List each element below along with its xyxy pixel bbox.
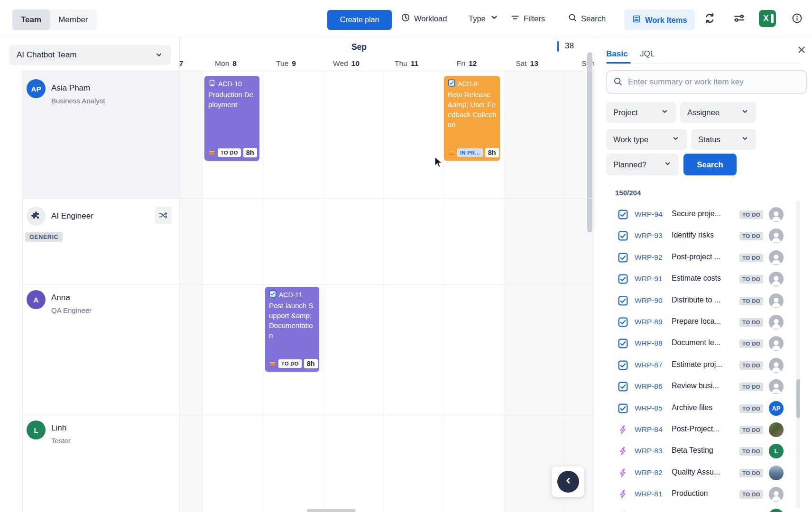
work-item-row-wrp-85[interactable]: WRP-85Archive filesTO DOAP <box>595 398 812 419</box>
work-item-row[interactable] <box>595 505 812 512</box>
export-excel-button[interactable]: X <box>759 10 776 27</box>
search-button-top[interactable]: Search <box>568 0 606 37</box>
panel-scrollbar-track[interactable] <box>796 201 800 509</box>
member-row-linh[interactable]: LLinhTester <box>22 415 179 512</box>
chevron-down-icon <box>489 13 499 24</box>
work-item-key: WRP-83 <box>635 447 663 455</box>
info-icon <box>791 12 803 26</box>
sync-button[interactable] <box>701 10 718 27</box>
panel-scrollbar-thumb[interactable] <box>796 379 800 418</box>
settings-sliders-button[interactable] <box>730 10 747 27</box>
filters-button[interactable]: Filters <box>510 0 545 37</box>
work-items-button[interactable]: Work Items <box>624 9 695 30</box>
work-item-row-wrp-90[interactable]: WRP-90Distribute to ...TO DO <box>595 290 812 311</box>
priority-icon <box>269 360 276 367</box>
lightning-icon <box>618 489 628 499</box>
panel-search-button[interactable]: Search <box>683 154 737 175</box>
work-item-row-wrp-94[interactable]: WRP-94Secure proje...TO DO <box>595 204 812 225</box>
work-item-row-wrp-82[interactable]: WRP-82Quality Assu...TO DO <box>595 462 812 484</box>
work-item-key: WRP-92 <box>635 253 663 262</box>
type-dropdown[interactable]: Type <box>469 0 499 37</box>
team-selector-dropdown[interactable]: AI Chatbot Team <box>9 45 171 65</box>
chevron-down-icon <box>741 108 749 118</box>
column-separator <box>263 71 263 512</box>
result-count: 150/204 <box>615 189 641 197</box>
toggle-member[interactable]: Member <box>50 9 96 30</box>
status-badge: TO DO <box>218 148 241 157</box>
filter-worktype-dropdown[interactable]: Work type <box>606 129 687 150</box>
row-divider <box>22 198 594 199</box>
filter-planned-dropdown[interactable]: Planned? <box>606 154 679 175</box>
member-row-asia-pham[interactable]: APAsia PhamBusiness Analyst <box>22 71 179 198</box>
info-button[interactable] <box>788 10 805 27</box>
member-row-anna[interactable]: AAnnaQA Engineer <box>22 284 179 415</box>
work-item-row-wrp-84[interactable]: WRP-84Post-Project...TO DO <box>595 419 812 440</box>
work-item-row-wrp-86[interactable]: WRP-86Review busi...TO DO <box>595 376 812 397</box>
task-card-acd-11[interactable]: ACD-11 Post-launch Support &amp; Documen… <box>265 287 319 372</box>
work-item-row-wrp-89[interactable]: WRP-89Prepare loca...TO DO <box>595 311 812 333</box>
work-item-row-wrp-92[interactable]: WRP-92Post-project ...TO DO <box>595 247 812 268</box>
day-header: 7 <box>179 59 183 68</box>
create-plan-button[interactable]: Create plan <box>327 10 392 30</box>
tab-basic[interactable]: Basic <box>606 49 627 59</box>
status-badge: TO DO <box>739 339 763 348</box>
task-title: Production Deployment <box>208 90 256 110</box>
status-badge: TO DO <box>739 210 763 219</box>
task-card-acd-8[interactable]: ACD-8 Beta Release &amp; User Feedback C… <box>444 76 500 161</box>
status-badge: TO DO <box>739 254 763 262</box>
summary-search-field[interactable] <box>606 70 807 94</box>
week-number: 38 <box>565 41 574 51</box>
checkbox-icon <box>618 296 628 306</box>
row-divider <box>22 284 594 285</box>
tab-jql[interactable]: JQL <box>640 49 655 59</box>
month-label: Sep <box>347 42 371 52</box>
work-item-title: Production <box>672 489 739 498</box>
work-item-row-wrp-93[interactable]: WRP-93Identify risksTO DO <box>595 225 812 247</box>
hours-badge: 8h <box>485 148 499 157</box>
shuffle-icon[interactable] <box>155 207 172 224</box>
chevron-left-icon <box>564 476 572 487</box>
work-item-row-wrp-91[interactable]: WRP-91Estimate costsTO DO <box>595 268 812 290</box>
member-name: Linh <box>51 423 66 433</box>
calendar-vertical-scrollbar[interactable] <box>587 52 592 232</box>
active-tab-underline <box>606 62 631 64</box>
search-icon <box>568 13 577 24</box>
status-badge: TO DO <box>739 426 763 434</box>
work-item-key: WRP-93 <box>635 231 663 240</box>
member-role: Business Analyst <box>51 97 105 105</box>
calendar-horizontal-scrollbar[interactable] <box>307 509 356 512</box>
status-badge: TO DO <box>739 361 763 370</box>
status-badge: TO DO <box>739 469 763 477</box>
status-badge: TO DO <box>739 490 763 499</box>
filter-assignee-dropdown[interactable]: Assignee <box>680 102 756 123</box>
work-item-row-wrp-88[interactable]: WRP-88Document le...TO DO <box>595 333 812 354</box>
puzzle-icon <box>27 207 46 226</box>
clock-icon <box>401 13 410 24</box>
avatar <box>769 272 784 286</box>
status-badge: TO DO <box>739 297 763 305</box>
avatar: AP <box>27 79 46 98</box>
lightning-icon <box>618 446 628 456</box>
work-item-row-wrp-87[interactable]: WRP-87Estimate proj...TO DO <box>595 355 812 376</box>
work-item-title: Review busi... <box>672 382 739 390</box>
member-row-ai-engineer[interactable]: AI EngineerGENERIC <box>22 198 179 284</box>
work-item-row-wrp-81[interactable]: WRP-81ProductionTO DO <box>595 484 812 505</box>
hours-badge: 8h <box>243 148 257 157</box>
status-badge: TO DO <box>739 447 763 456</box>
team-selector-label: AI Chatbot Team <box>17 50 76 60</box>
status-badge: TO DO <box>278 359 302 368</box>
close-icon[interactable] <box>796 45 807 55</box>
work-item-key: WRP-90 <box>635 296 663 305</box>
summary-search-input[interactable] <box>627 77 800 87</box>
filter-status-dropdown[interactable]: Status <box>691 129 756 150</box>
view-toggle: Team Member <box>12 9 97 30</box>
workload-button[interactable]: Workload <box>401 0 447 37</box>
work-item-row-wrp-83[interactable]: WRP-83Beta TestingTO DOL <box>595 440 812 462</box>
filter-project-dropdown[interactable]: Project <box>606 102 676 123</box>
toggle-team[interactable]: Team <box>12 9 50 30</box>
collapse-panel-button[interactable] <box>552 466 584 497</box>
avatar: AP <box>769 401 784 416</box>
task-card-acd-10[interactable]: ACD-10 Production Deployment TO DO 8h <box>204 76 259 161</box>
work-items-icon <box>632 14 641 26</box>
sliders-icon <box>733 12 745 26</box>
